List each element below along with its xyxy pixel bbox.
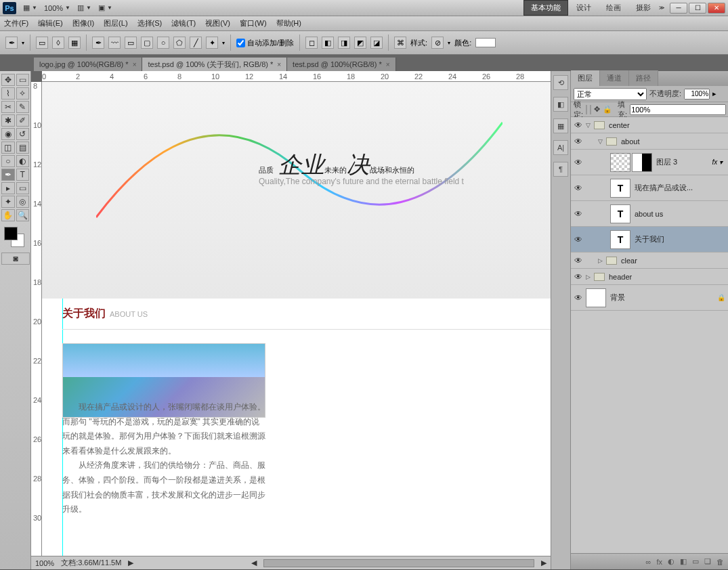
visibility-icon[interactable]: 👁	[571, 137, 586, 146]
visibility-icon[interactable]: 👁	[571, 209, 586, 219]
paragraph-panel-icon[interactable]: ¶	[553, 162, 568, 177]
layer-row[interactable]: 👁背景🔒	[571, 285, 728, 311]
visibility-icon[interactable]: 👁	[571, 158, 586, 167]
healing-tool[interactable]: ✱	[1, 114, 15, 127]
layer-name[interactable]: clear	[621, 257, 725, 265]
link-icon[interactable]: ⌘	[394, 37, 406, 49]
opacity-flyout[interactable]: ▸	[712, 89, 716, 98]
menu-image[interactable]: 图像(I)	[72, 18, 94, 28]
maximize-button[interactable]: ☐	[689, 3, 706, 14]
ruler-horizontal[interactable]: 0246810121416182022242628	[42, 71, 551, 82]
text-layer-icon[interactable]: T	[610, 230, 630, 249]
scroll-right[interactable]: ▶	[541, 558, 547, 567]
adjustment-icon[interactable]: ◧	[680, 557, 687, 566]
path-op-subtract[interactable]: ◨	[338, 37, 350, 49]
tab-paths[interactable]: 路径	[629, 70, 658, 86]
move-tool[interactable]: ✥	[1, 74, 15, 86]
status-arrow[interactable]: ▶	[128, 558, 133, 567]
layer-name[interactable]: center	[609, 121, 725, 129]
lock-all-icon[interactable]: 🔒	[603, 105, 612, 114]
polygon-icon[interactable]: ⬠	[173, 37, 186, 49]
rect-icon[interactable]: ▭	[125, 37, 137, 49]
status-zoom[interactable]: 100%	[35, 559, 54, 567]
pen-icon[interactable]: ✒	[92, 37, 104, 49]
crop-tool[interactable]: ✂	[1, 101, 15, 113]
menu-help[interactable]: 帮助(H)	[276, 18, 301, 28]
ruler-vertical[interactable]: 81012141618202224262830	[31, 82, 42, 556]
layer-row[interactable]: 👁▽about	[571, 133, 728, 150]
dodge-tool[interactable]: ◐	[16, 155, 30, 167]
mask-thumb[interactable]	[632, 153, 652, 172]
path-mode-fill[interactable]: ▦	[68, 37, 81, 49]
stamp-tool[interactable]: ◉	[1, 128, 15, 140]
auto-add-delete-checkbox[interactable]: 自动添加/删除	[236, 38, 294, 48]
layer-row[interactable]: 👁▷header	[571, 269, 728, 285]
path-select-tool[interactable]: ▸	[1, 182, 15, 194]
group-icon[interactable]: ▭	[692, 557, 699, 566]
menu-edit[interactable]: 编辑(E)	[38, 18, 63, 28]
layer-name[interactable]: 关于我们	[635, 234, 725, 244]
screen-mode-icon[interactable]: ▣▼	[98, 3, 112, 12]
bg-thumb[interactable]	[586, 288, 606, 307]
quickmask-tool[interactable]: ◙	[1, 253, 30, 265]
fill-input[interactable]	[630, 104, 726, 115]
close-tab-icon[interactable]: ×	[133, 61, 137, 68]
style-swatch[interactable]: ⊘	[431, 37, 444, 49]
trash-icon[interactable]: 🗑	[716, 558, 724, 566]
bridge-icon[interactable]: ▦▼	[23, 3, 37, 12]
rounded-rect-icon[interactable]: ▢	[141, 37, 153, 49]
path-mode-shape[interactable]: ▭	[36, 37, 48, 49]
zoom-tool[interactable]: 🔍	[16, 209, 30, 221]
visibility-icon[interactable]: 👁	[571, 183, 586, 193]
tab-channels[interactable]: 通道	[600, 70, 629, 86]
visibility-icon[interactable]: 👁	[571, 235, 586, 244]
blend-mode-select[interactable]: 正常	[574, 88, 647, 100]
layer-row[interactable]: 👁Tabout us	[571, 201, 728, 227]
marquee-tool[interactable]: ▭	[16, 74, 30, 86]
ellipse-icon[interactable]: ○	[157, 37, 169, 49]
history-brush-tool[interactable]: ↺	[16, 128, 30, 140]
visibility-icon[interactable]: 👁	[571, 272, 586, 282]
layer-thumb[interactable]	[610, 153, 630, 172]
fx-badge[interactable]: fx ▾	[712, 158, 723, 166]
pen-tool[interactable]: ✒	[1, 169, 15, 181]
new-layer-icon[interactable]: ❏	[704, 557, 711, 566]
layer-name[interactable]: about us	[635, 210, 725, 218]
layer-name[interactable]: 背景	[610, 292, 717, 303]
wand-tool[interactable]: ✧	[16, 87, 30, 100]
menu-filter[interactable]: 滤镜(T)	[171, 18, 196, 28]
visibility-icon[interactable]: 👁	[571, 293, 586, 303]
swatches-panel-icon[interactable]: ▦	[553, 118, 568, 133]
layer-row[interactable]: 👁图层 3fx ▾	[571, 150, 728, 175]
menu-window[interactable]: 窗口(W)	[240, 18, 267, 28]
menu-layer[interactable]: 图层(L)	[104, 18, 127, 28]
status-docsize[interactable]: 文档:3.66M/11.5M	[61, 558, 121, 568]
path-op-add[interactable]: ◧	[322, 37, 334, 49]
path-op-intersect[interactable]: ◩	[354, 37, 366, 49]
mask-icon[interactable]: ◐	[668, 557, 675, 566]
h-scrollbar[interactable]	[263, 559, 534, 567]
doc-tab-1[interactable]: test.psd @ 100% (关于我们, RGB/8) *×	[142, 58, 287, 71]
type-tool[interactable]: T	[16, 169, 30, 181]
color-swatch[interactable]	[475, 38, 496, 47]
layer-row[interactable]: 👁T关于我们	[571, 227, 728, 253]
hand-tool[interactable]: ✋	[1, 209, 15, 221]
zoom-level[interactable]: 100%▼	[44, 4, 70, 12]
layer-row[interactable]: 👁▽center	[571, 117, 728, 133]
path-mode-path[interactable]: ◊	[52, 37, 64, 49]
text-layer-icon[interactable]: T	[610, 179, 630, 198]
freeform-pen-icon[interactable]: 〰	[108, 37, 121, 49]
minimize-button[interactable]: ─	[670, 3, 687, 14]
shape-tool[interactable]: ▭	[16, 182, 30, 194]
close-tab-icon[interactable]: ×	[386, 61, 390, 68]
workspace-basic[interactable]: 基本功能	[523, 0, 568, 16]
brush-tool[interactable]: ✐	[16, 114, 30, 127]
path-op-exclude[interactable]: ◪	[370, 37, 383, 49]
view-arrange-icon[interactable]: ▥▼	[77, 3, 91, 12]
doc-tab-0[interactable]: logo.jpg @ 100%(RGB/8) *×	[34, 58, 142, 71]
layer-row[interactable]: 👁▷clear	[571, 253, 728, 269]
layer-name[interactable]: header	[609, 273, 725, 281]
lock-pixels-icon[interactable]	[590, 105, 591, 114]
text-layer-icon[interactable]: T	[610, 204, 630, 223]
tab-layers[interactable]: 图层	[571, 70, 600, 86]
